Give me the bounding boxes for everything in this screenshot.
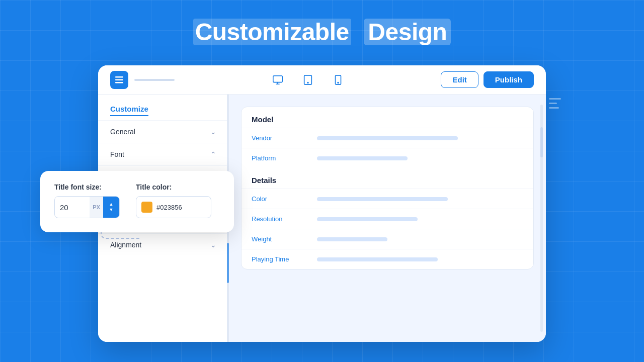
sidebar-scroll-thumb[interactable] bbox=[227, 243, 229, 283]
right-decoration bbox=[549, 98, 561, 109]
playing-time-label: Playing Time bbox=[252, 255, 317, 263]
platform-bar bbox=[317, 156, 408, 160]
logo-line bbox=[134, 79, 175, 81]
font-size-field[interactable] bbox=[55, 203, 90, 212]
resolution-row: Resolution bbox=[242, 209, 533, 229]
svg-rect-2 bbox=[115, 82, 123, 83]
playing-time-bar bbox=[317, 257, 438, 261]
platform-row: Platform bbox=[242, 148, 533, 168]
color-label: Title color: bbox=[136, 183, 211, 191]
title-highlight: Design bbox=[364, 19, 451, 45]
color-row: Color bbox=[242, 189, 533, 209]
sidebar-item-general[interactable]: General ⌄ bbox=[98, 120, 228, 143]
content-scroll-thumb[interactable] bbox=[540, 127, 543, 157]
toolbar: Edit Publish bbox=[98, 65, 546, 95]
color-hex-value: #023856 bbox=[156, 204, 182, 211]
tablet-icon bbox=[302, 74, 313, 85]
desktop-view-button[interactable] bbox=[269, 71, 287, 89]
chevron-down-icon: ⌄ bbox=[210, 241, 216, 249]
logo-area bbox=[110, 71, 175, 89]
color-bar bbox=[317, 197, 448, 201]
mobile-view-button[interactable] bbox=[329, 71, 347, 89]
svg-point-7 bbox=[338, 82, 339, 83]
edit-button[interactable]: Edit bbox=[441, 71, 478, 88]
content-area: Model Vendor Platform Details Color Reso… bbox=[229, 95, 546, 342]
font-size-unit: PX bbox=[90, 197, 103, 218]
sidebar-item-font[interactable]: Font ⌃ bbox=[98, 143, 228, 165]
weight-row: Weight bbox=[242, 229, 533, 249]
vendor-row: Vendor bbox=[242, 128, 533, 148]
deco-line-1 bbox=[549, 98, 561, 100]
font-size-stepper[interactable]: ▲ ▼ bbox=[103, 197, 119, 218]
deco-line-2 bbox=[549, 103, 557, 104]
popup-row: Title font size: PX ▲ ▼ Title color: #02… bbox=[54, 183, 220, 218]
color-label: Color bbox=[252, 195, 317, 203]
mobile-icon bbox=[333, 74, 344, 85]
sidebar-customize-section: Customize bbox=[98, 95, 228, 120]
model-section-title: Model bbox=[242, 107, 533, 128]
platform-label: Platform bbox=[252, 154, 317, 162]
details-section-title: Details bbox=[242, 168, 533, 189]
font-size-input[interactable]: PX ▲ ▼ bbox=[54, 196, 120, 218]
title-prefix: Customizable bbox=[193, 19, 351, 45]
vendor-label: Vendor bbox=[252, 134, 317, 142]
publish-button[interactable]: Publish bbox=[484, 71, 534, 88]
page-title: Customizable Design bbox=[0, 0, 644, 60]
menu-icon bbox=[114, 75, 124, 85]
svg-rect-3 bbox=[273, 75, 282, 82]
vendor-bar bbox=[317, 136, 458, 140]
weight-bar bbox=[317, 237, 387, 241]
app-logo bbox=[110, 71, 128, 89]
toolbar-actions: Edit Publish bbox=[441, 71, 534, 88]
color-input[interactable]: #023856 bbox=[136, 196, 211, 218]
chevron-down-icon: ⌄ bbox=[210, 128, 216, 136]
color-swatch[interactable] bbox=[141, 202, 152, 213]
color-group: Title color: #023856 bbox=[136, 183, 211, 218]
chevron-up-icon: ⌃ bbox=[210, 150, 216, 158]
playing-time-row: Playing Time bbox=[242, 249, 533, 269]
font-label: Font bbox=[110, 150, 124, 158]
svg-rect-1 bbox=[115, 79, 123, 80]
content-panel: Model Vendor Platform Details Color Reso… bbox=[241, 107, 534, 269]
resolution-label: Resolution bbox=[252, 215, 317, 223]
font-size-label: Title font size: bbox=[54, 183, 120, 191]
weight-label: Weight bbox=[252, 235, 317, 243]
svg-point-5 bbox=[307, 82, 308, 83]
content-scroll-track bbox=[540, 105, 543, 332]
stepper-up-icon: ▲ bbox=[109, 202, 114, 207]
stepper-down-icon: ▼ bbox=[109, 208, 114, 212]
font-size-group: Title font size: PX ▲ ▼ bbox=[54, 183, 120, 218]
deco-line-3 bbox=[549, 107, 559, 109]
font-settings-popup: Title font size: PX ▲ ▼ Title color: #02… bbox=[40, 171, 234, 232]
customize-label: Customize bbox=[110, 105, 148, 116]
svg-rect-0 bbox=[115, 76, 123, 78]
device-switcher bbox=[175, 71, 441, 89]
tablet-view-button[interactable] bbox=[299, 71, 317, 89]
general-label: General bbox=[110, 128, 135, 136]
resolution-bar bbox=[317, 217, 418, 221]
alignment-label: Alignment bbox=[110, 241, 141, 249]
desktop-icon bbox=[272, 74, 283, 85]
